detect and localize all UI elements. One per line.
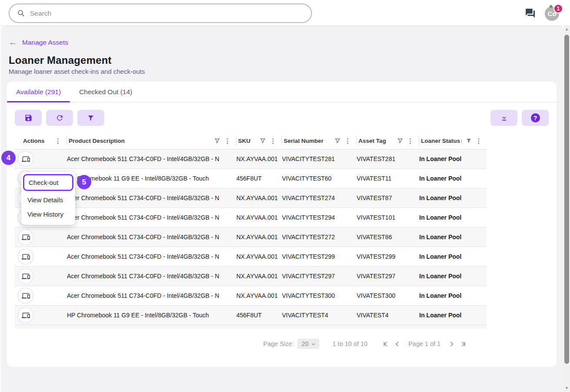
table-row: Acer Chromebook 511 C734-C0FD - Intel/4G…	[15, 149, 487, 168]
column-label: Loaner Status	[421, 138, 460, 144]
tab-checked-out[interactable]: Checked Out (14)	[70, 82, 141, 102]
cell-serial: VIVACITYTEST300	[282, 292, 357, 299]
back-link-manage-assets[interactable]: ← Manage Assets	[9, 38, 68, 46]
menu-item-view-history[interactable]: View History	[21, 207, 75, 221]
loaner-table: Actions ⋮ Product Description ⋮ SKU ⋮	[15, 132, 487, 329]
devices-icon	[22, 311, 30, 320]
cell-asset-tag: VIVATEST281	[357, 155, 419, 162]
cell-loaner-status: In Loaner Pool	[419, 253, 487, 260]
sort-ascending-icon[interactable]: ↑	[460, 138, 463, 144]
filter-button[interactable]	[77, 110, 104, 126]
page-info-text: Page 1 of 1	[408, 340, 441, 347]
annotation-step-5: 5	[77, 175, 91, 189]
cell-asset-tag: VIVATEST11	[357, 175, 419, 182]
cell-asset-tag: VIVATEST300	[357, 292, 419, 299]
row-actions-button[interactable]	[18, 307, 33, 323]
column-menu-icon[interactable]: ⋮	[344, 138, 352, 144]
first-page-button[interactable]	[381, 340, 390, 348]
filter-icon	[87, 114, 95, 122]
menu-item-view-details[interactable]: View Details	[21, 193, 75, 207]
cell-loaner-status: In Loaner Pool	[419, 234, 487, 240]
scroll-down-icon[interactable]: ▼	[563, 385, 570, 391]
table-header-row: Actions ⋮ Product Description ⋮ SKU ⋮	[15, 132, 487, 149]
column-menu-icon[interactable]: ⋮	[223, 138, 232, 144]
back-link-label: Manage Assets	[22, 39, 68, 46]
column-menu-icon[interactable]: ⋮	[475, 138, 483, 144]
back-arrow-icon: ←	[9, 38, 17, 46]
column-header-asset-tag[interactable]: Asset Tag ⋮	[357, 136, 419, 145]
user-avatar[interactable]: Co 1	[545, 5, 562, 22]
cell-product: HP Chromebook 11 G9 EE - Intel/8GB/32GB …	[67, 175, 236, 182]
tab-available[interactable]: Available (291)	[7, 82, 70, 102]
pagination-bar: Page Size: 20 1 to 10 of 10 Page 1 of 1	[263, 339, 557, 349]
column-menu-icon[interactable]: ⋮	[269, 138, 277, 144]
cell-sku: NX.AYVAA.001	[236, 194, 282, 201]
column-header-serial-number[interactable]: Serial Number ⋮	[282, 136, 357, 145]
row-actions-button[interactable]	[18, 151, 33, 167]
column-header-sku[interactable]: SKU ⋮	[236, 136, 282, 145]
cell-loaner-status: In Loaner Pool	[419, 312, 487, 319]
cell-serial: VIVACITYTEST294	[282, 214, 357, 221]
save-icon	[24, 114, 33, 122]
cell-asset-tag: VIVATEST86	[357, 234, 419, 240]
cell-product: Acer Chromebook 511 C734-C0FD - Intel/4G…	[67, 194, 236, 201]
cell-loaner-status: In Loaner Pool	[419, 175, 487, 182]
column-label: Product Description	[69, 138, 125, 144]
cell-serial: VIVACITYTEST299	[282, 253, 357, 260]
filter-funnel-icon[interactable]	[214, 138, 220, 144]
cell-sku: NX.AYVAA.001	[236, 253, 282, 260]
search-icon	[17, 9, 25, 17]
cell-loaner-status: In Loaner Pool	[419, 273, 487, 280]
table-row: Acer Chromebook 511 C734-C0FD - Intel/4G…	[15, 188, 487, 208]
filter-funnel-icon[interactable]	[397, 138, 403, 144]
cell-serial: VIVACITYTEST274	[282, 194, 357, 201]
previous-page-button[interactable]	[393, 340, 401, 348]
row-actions-button[interactable]	[18, 268, 33, 284]
column-label: Asset Tag	[358, 138, 386, 144]
cell-loaner-status: In Loaner Pool	[419, 194, 487, 201]
cell-sku: NX.AYVAA.001	[236, 155, 282, 162]
tab-bar: Available (291) Checked Out (14)	[7, 82, 557, 102]
column-header-loaner-status[interactable]: Loaner Status ↑ ⋮	[419, 136, 487, 145]
devices-icon	[22, 292, 30, 300]
column-header-product-description[interactable]: Product Description ⋮	[67, 136, 236, 145]
chat-icon[interactable]	[524, 8, 536, 20]
search-input[interactable]	[30, 10, 273, 17]
cell-product: Acer Chromebook 511 C734-C0FD - Intel/4G…	[67, 292, 236, 299]
next-page-button[interactable]	[447, 340, 456, 348]
page-size-select[interactable]: 20	[297, 339, 319, 349]
column-label: SKU	[238, 138, 251, 144]
devices-icon	[22, 272, 30, 280]
search-bar[interactable]	[9, 3, 312, 23]
save-button[interactable]	[15, 110, 42, 126]
cell-asset-tag: VIVATEST299	[357, 253, 419, 260]
column-header-actions[interactable]: Actions ⋮	[15, 136, 67, 145]
row-actions-button[interactable]	[18, 249, 33, 264]
row-actions-menu: Check-out View Details View History	[21, 172, 75, 225]
column-menu-icon[interactable]: ⋮	[406, 138, 414, 144]
cell-serial: VIVACITYTEST4	[282, 312, 357, 319]
cell-loaner-status: In Loaner Pool	[419, 214, 487, 221]
table-row: Acer Chromebook 511 C734-C0FD - Intel/4G…	[15, 247, 487, 266]
row-actions-button[interactable]	[18, 288, 33, 303]
last-page-button[interactable]	[459, 340, 467, 348]
column-menu-icon[interactable]: ⋮	[54, 138, 62, 144]
scrollbar-thumb[interactable]	[564, 35, 569, 364]
filter-funnel-icon[interactable]	[260, 138, 266, 144]
download-button[interactable]	[490, 110, 517, 126]
menu-item-check-out[interactable]: Check-out	[23, 174, 73, 191]
chevron-down-icon	[311, 342, 316, 346]
row-actions-button[interactable]	[18, 229, 33, 245]
column-label: Serial Number	[284, 138, 324, 144]
devices-icon	[22, 253, 30, 261]
cell-sku: NX.AYVAA.001	[236, 273, 282, 280]
filter-funnel-icon[interactable]	[335, 138, 341, 144]
cell-loaner-status: In Loaner Pool	[419, 292, 487, 299]
help-button[interactable]: ?	[522, 110, 549, 126]
cell-asset-tag: VIVATEST87	[357, 194, 419, 201]
filter-funnel-active-icon[interactable]	[466, 138, 472, 144]
table-row: Acer Chromebook 511 C734-C0FD - Intel/4G…	[15, 208, 487, 227]
refresh-button[interactable]	[46, 110, 73, 126]
scroll-up-icon[interactable]: ▲	[563, 26, 570, 32]
vertical-scrollbar[interactable]: ▲ ▼	[563, 25, 570, 392]
